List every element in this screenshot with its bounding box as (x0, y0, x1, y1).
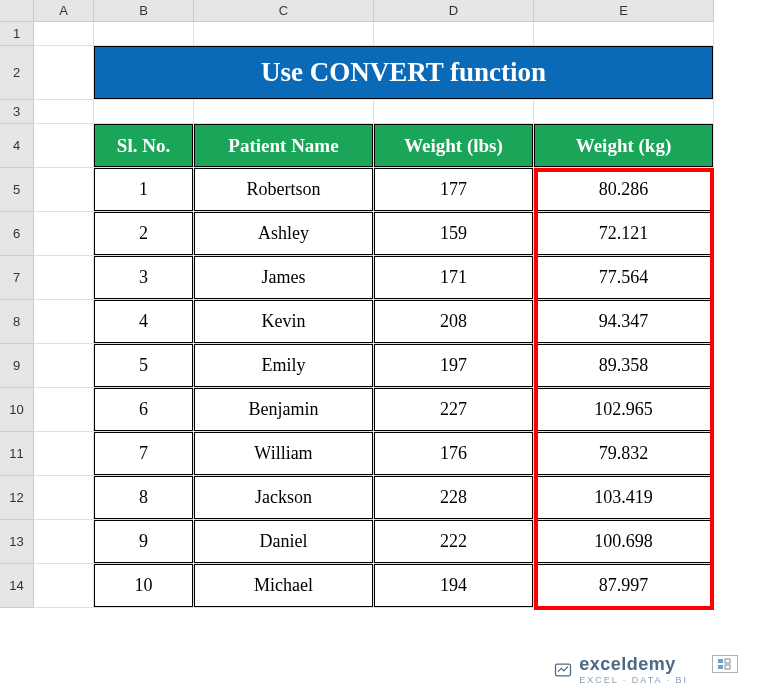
svg-rect-3 (725, 659, 730, 663)
cell[interactable] (374, 100, 534, 124)
table-header-lbs[interactable]: Weight (lbs) (374, 124, 534, 168)
cell[interactable] (34, 476, 94, 520)
col-header-B[interactable]: B (94, 0, 194, 22)
cell[interactable] (34, 168, 94, 212)
cell[interactable] (34, 256, 94, 300)
page-title: Use CONVERT function (94, 46, 713, 99)
cell-value: 6 (94, 388, 193, 431)
table-cell-sl[interactable]: 5 (94, 344, 194, 388)
cell[interactable] (94, 100, 194, 124)
select-all-corner[interactable] (0, 0, 34, 22)
table-cell-lbs[interactable]: 177 (374, 168, 534, 212)
cell[interactable] (534, 22, 714, 46)
row-header-12[interactable]: 12 (0, 476, 34, 520)
table-cell-kg[interactable]: 79.832 (534, 432, 714, 476)
cell[interactable] (34, 564, 94, 608)
cell[interactable] (34, 432, 94, 476)
table-cell-name[interactable]: Jackson (194, 476, 374, 520)
table-cell-kg[interactable]: 100.698 (534, 520, 714, 564)
table-header-sl[interactable]: Sl. No. (94, 124, 194, 168)
table-cell-lbs[interactable]: 176 (374, 432, 534, 476)
table-cell-name[interactable]: Ashley (194, 212, 374, 256)
cell-value: 194 (374, 564, 533, 607)
cell[interactable] (34, 212, 94, 256)
table-cell-sl[interactable]: 3 (94, 256, 194, 300)
table-cell-sl[interactable]: 2 (94, 212, 194, 256)
table-cell-name[interactable]: Daniel (194, 520, 374, 564)
table-cell-kg[interactable]: 94.347 (534, 300, 714, 344)
table-cell-kg[interactable]: 102.965 (534, 388, 714, 432)
cell[interactable] (534, 100, 714, 124)
row-header-2[interactable]: 2 (0, 46, 34, 100)
row-header-11[interactable]: 11 (0, 432, 34, 476)
row-header-3[interactable]: 3 (0, 100, 34, 124)
cell[interactable] (34, 100, 94, 124)
table-cell-kg[interactable]: 77.564 (534, 256, 714, 300)
table-cell-lbs[interactable]: 171 (374, 256, 534, 300)
table-cell-sl[interactable]: 4 (94, 300, 194, 344)
header-label: Sl. No. (94, 124, 193, 167)
cell[interactable] (34, 344, 94, 388)
table-cell-name[interactable]: William (194, 432, 374, 476)
row-header-10[interactable]: 10 (0, 388, 34, 432)
cell[interactable] (374, 22, 534, 46)
row-header-6[interactable]: 6 (0, 212, 34, 256)
col-header-E[interactable]: E (534, 0, 714, 22)
row-header-5[interactable]: 5 (0, 168, 34, 212)
autofill-icon (717, 658, 733, 670)
table-cell-kg[interactable]: 80.286 (534, 168, 714, 212)
row-header-14[interactable]: 14 (0, 564, 34, 608)
cell[interactable] (194, 22, 374, 46)
table-cell-lbs[interactable]: 228 (374, 476, 534, 520)
table-cell-lbs[interactable]: 222 (374, 520, 534, 564)
cell-value: William (194, 432, 373, 475)
row-header-1[interactable]: 1 (0, 22, 34, 46)
cell-value: 176 (374, 432, 533, 475)
row-header-8[interactable]: 8 (0, 300, 34, 344)
table-cell-sl[interactable]: 6 (94, 388, 194, 432)
row-header-9[interactable]: 9 (0, 344, 34, 388)
table-cell-name[interactable]: Benjamin (194, 388, 374, 432)
row-header-4[interactable]: 4 (0, 124, 34, 168)
cell[interactable] (34, 520, 94, 564)
col-header-A[interactable]: A (34, 0, 94, 22)
cell[interactable] (94, 22, 194, 46)
cell[interactable] (34, 124, 94, 168)
table-cell-lbs[interactable]: 227 (374, 388, 534, 432)
cell-value: Emily (194, 344, 373, 387)
cell-value: Daniel (194, 520, 373, 563)
table-header-name[interactable]: Patient Name (194, 124, 374, 168)
cell[interactable] (34, 300, 94, 344)
table-cell-lbs[interactable]: 159 (374, 212, 534, 256)
table-cell-name[interactable]: James (194, 256, 374, 300)
table-cell-sl[interactable]: 8 (94, 476, 194, 520)
table-cell-name[interactable]: Kevin (194, 300, 374, 344)
table-cell-kg[interactable]: 89.358 (534, 344, 714, 388)
table-cell-name[interactable]: Emily (194, 344, 374, 388)
cell[interactable] (34, 22, 94, 46)
table-cell-kg[interactable]: 87.997 (534, 564, 714, 608)
autofill-options-button[interactable] (712, 655, 738, 673)
table-cell-sl[interactable]: 10 (94, 564, 194, 608)
table-cell-lbs[interactable]: 208 (374, 300, 534, 344)
table-header-kg[interactable]: Weight (kg) (534, 124, 714, 168)
table-cell-sl[interactable]: 7 (94, 432, 194, 476)
cell[interactable] (34, 388, 94, 432)
table-cell-kg[interactable]: 72.121 (534, 212, 714, 256)
table-cell-sl[interactable]: 9 (94, 520, 194, 564)
col-header-D[interactable]: D (374, 0, 534, 22)
table-cell-kg[interactable]: 103.419 (534, 476, 714, 520)
table-cell-lbs[interactable]: 197 (374, 344, 534, 388)
title-cell[interactable]: Use CONVERT function (94, 46, 714, 100)
svg-rect-2 (718, 665, 723, 669)
col-header-C[interactable]: C (194, 0, 374, 22)
table-cell-name[interactable]: Robertson (194, 168, 374, 212)
cell-value: 4 (94, 300, 193, 343)
table-cell-lbs[interactable]: 194 (374, 564, 534, 608)
row-header-13[interactable]: 13 (0, 520, 34, 564)
table-cell-sl[interactable]: 1 (94, 168, 194, 212)
row-header-7[interactable]: 7 (0, 256, 34, 300)
cell[interactable] (34, 46, 94, 100)
cell[interactable] (194, 100, 374, 124)
table-cell-name[interactable]: Michael (194, 564, 374, 608)
